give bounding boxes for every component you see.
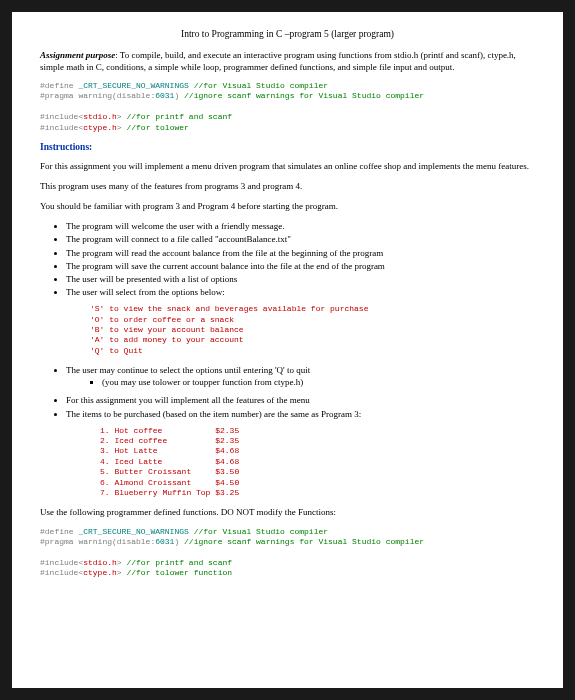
list-item: The program will welcome the user with a…: [66, 220, 535, 232]
code-block-1: #define _CRT_SECURE_NO_WARNINGS //for Vi…: [40, 81, 535, 133]
document-page: Intro to Programming in C –program 5 (la…: [12, 12, 563, 688]
paragraph-2: This program uses many of the features f…: [40, 180, 535, 192]
paragraph-3: You should be familiar with program 3 an…: [40, 200, 535, 212]
sub-list: (you may use tolower or toupper function…: [102, 376, 535, 388]
bullet-list-1: The program will welcome the user with a…: [66, 220, 535, 298]
list-item: The user will be presented with a list o…: [66, 273, 535, 285]
list-item: The user may continue to select the opti…: [66, 364, 535, 388]
instructions-heading: Instructions:: [40, 141, 535, 154]
list-item: The program will read the account balanc…: [66, 247, 535, 259]
paragraph-1: For this assignment you will implement a…: [40, 160, 535, 172]
list-item: The items to be purchased (based on the …: [66, 408, 535, 420]
list-item: The program will connect to a file calle…: [66, 233, 535, 245]
assignment-purpose: Assignment purpose: To compile, build, a…: [40, 49, 535, 73]
purpose-label: Assignment purpose: [40, 50, 115, 60]
list-item: (you may use tolower or toupper function…: [102, 376, 535, 388]
page-title: Intro to Programming in C –program 5 (la…: [40, 28, 535, 41]
list-item: For this assignment you will implement a…: [66, 394, 535, 406]
code-block-2: #define _CRT_SECURE_NO_WARNINGS //for Vi…: [40, 527, 535, 579]
list-item: The user will select from the options be…: [66, 286, 535, 298]
paragraph-4: Use the following programmer defined fun…: [40, 506, 535, 518]
list-item: The program will save the current accoun…: [66, 260, 535, 272]
items-code: 1. Hot coffee $2.35 2. Iced coffee $2.35…: [100, 426, 535, 499]
menu-options-code: 'S' to view the snack and beverages avai…: [90, 304, 535, 356]
bullet-list-2: The user may continue to select the opti…: [66, 364, 535, 420]
